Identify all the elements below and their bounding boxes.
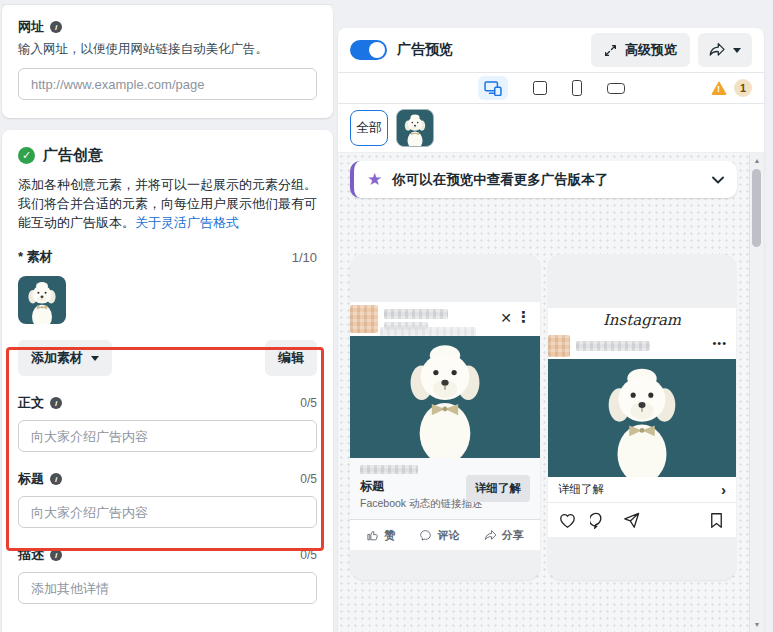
- square-format-button[interactable]: [533, 81, 547, 95]
- primary-text-label: 正文: [18, 394, 44, 412]
- landscape-format-button[interactable]: [607, 83, 625, 94]
- primary-text-input[interactable]: [18, 420, 317, 452]
- warning-glyph: !: [717, 84, 720, 94]
- desktop-mobile-icon: [484, 81, 502, 96]
- comment-icon: [419, 529, 432, 542]
- chevron-right-icon: ›: [721, 481, 726, 498]
- toggle-knob: [369, 42, 385, 58]
- vertical-scrollbar[interactable]: ▲ ▼: [749, 153, 764, 632]
- format-toolbar: ! 1: [338, 73, 764, 104]
- ad-image: [350, 336, 540, 458]
- username-redacted: [576, 341, 650, 351]
- domain-redacted: [360, 465, 418, 474]
- preview-scroll-area: ★ 你可以在预览中查看更多广告版本了 ✕ ⋮: [338, 153, 764, 632]
- chevron-down-icon[interactable]: [712, 176, 724, 184]
- creative-description: 添加各种创意元素，并将可以一起展示的元素分组。我们将合并合适的元素，向每位用户展…: [18, 175, 317, 232]
- url-helper-text: 输入网址，以便使用网站链接自动美化广告。: [18, 41, 317, 58]
- warning-count-badge[interactable]: 1: [734, 79, 752, 97]
- info-icon[interactable]: i: [50, 549, 62, 561]
- comment-label: 评论: [437, 528, 459, 543]
- description-input[interactable]: [18, 572, 317, 604]
- share-label: 分享: [502, 528, 524, 543]
- heart-icon: [558, 511, 577, 530]
- headline-input[interactable]: [18, 496, 317, 528]
- creative-section-title: 广告创意: [43, 146, 103, 165]
- comment-action: 评论: [419, 528, 459, 543]
- expand-icon: [604, 44, 617, 57]
- share-dropdown-button[interactable]: [698, 33, 752, 67]
- like-action: 赞: [366, 528, 395, 543]
- description-label: 描述: [18, 546, 44, 564]
- more-versions-banner[interactable]: ★ 你可以在预览中查看更多广告版本了: [350, 161, 737, 198]
- primary-text-count: 0/5: [300, 396, 317, 410]
- ad-image: [548, 359, 736, 477]
- caret-down-icon: [733, 48, 741, 53]
- send-icon: [622, 511, 641, 530]
- more-vertical-icon: ⋮: [516, 308, 531, 326]
- instagram-preview-card: Instagram ••• 详细了解 ›: [548, 254, 736, 580]
- headline-count: 0/5: [300, 472, 317, 486]
- edit-button[interactable]: 编辑: [265, 340, 317, 376]
- share-arrow-icon: [484, 529, 497, 542]
- url-input[interactable]: [18, 68, 317, 100]
- star-icon: ★: [367, 171, 382, 188]
- info-icon[interactable]: i: [50, 397, 62, 409]
- url-label: 网址: [18, 18, 44, 36]
- instagram-actions-row: [548, 503, 736, 537]
- add-material-label: 添加素材: [31, 349, 83, 367]
- vertical-format-button[interactable]: [572, 80, 582, 96]
- share-icon: [709, 43, 725, 57]
- preview-toggle-label: 广告预览: [397, 41, 453, 59]
- website-url-card: 网址 i 输入网址，以便使用网站链接自动美化广告。: [2, 4, 333, 118]
- landscape-icon: [607, 83, 625, 94]
- phone-icon: [572, 80, 582, 96]
- avatar: [350, 305, 378, 333]
- edit-label: 编辑: [278, 349, 304, 367]
- info-icon[interactable]: i: [50, 21, 62, 33]
- headline-field: 标题 i 0/5: [18, 470, 317, 528]
- scroll-up-arrow[interactable]: ▲: [750, 157, 764, 164]
- advanced-preview-button[interactable]: 高级预览: [591, 33, 690, 67]
- thumbs-up-icon: [366, 529, 379, 542]
- avatar: [548, 335, 570, 357]
- share-action: 分享: [484, 528, 524, 543]
- scroll-down-arrow[interactable]: ▼: [750, 621, 764, 628]
- flexible-format-link[interactable]: 关于灵活广告格式: [135, 215, 239, 230]
- facebook-post-header: ✕ ⋮: [350, 302, 540, 336]
- banner-text: 你可以在预览中查看更多广告版本了: [392, 171, 702, 189]
- close-icon: ✕: [500, 310, 512, 326]
- ad-preview-toggle[interactable]: [350, 40, 387, 60]
- tab-material-thumbnail[interactable]: [396, 109, 434, 147]
- material-count: 1/10: [292, 250, 317, 265]
- add-material-button[interactable]: 添加素材: [18, 340, 112, 376]
- facebook-preview-card: ✕ ⋮ 标题 Facebook 动态的链接描述: [350, 254, 540, 580]
- bookmark-icon: [707, 511, 726, 530]
- warning-triangle-icon: !: [711, 81, 727, 95]
- ad-setup-column: 网址 i 输入网址，以便使用网站链接自动美化广告。 ✓ 广告创意 添加各种创意元…: [2, 0, 333, 632]
- scrollbar-thumb[interactable]: [752, 169, 761, 247]
- preview-header: 广告预览 高级预览: [338, 28, 764, 73]
- preview-tabs: 全部: [338, 104, 764, 153]
- description-field: 描述 i 0/5: [18, 546, 317, 604]
- like-label: 赞: [384, 528, 395, 543]
- tab-all[interactable]: 全部: [350, 110, 388, 146]
- advanced-preview-label: 高级预览: [625, 41, 677, 59]
- material-thumbnail[interactable]: [18, 276, 66, 324]
- ig-cta-label: 详细了解: [558, 482, 604, 497]
- fb-link-description: Facebook 动态的链接描述: [360, 497, 466, 511]
- headline-label: 标题: [18, 470, 44, 488]
- description-count: 0/5: [300, 548, 317, 562]
- ad-preview-panel: 广告预览 高级预览: [338, 28, 764, 632]
- primary-text-field: 正文 i 0/5: [18, 394, 317, 452]
- all-devices-format-button[interactable]: [478, 76, 508, 100]
- facebook-link-area: 标题 Facebook 动态的链接描述 详细了解: [350, 458, 540, 519]
- info-icon[interactable]: i: [50, 473, 62, 485]
- comment-icon: [590, 511, 609, 530]
- fb-headline: 标题: [360, 478, 466, 495]
- instagram-post-header: •••: [548, 332, 736, 359]
- page-name-redacted: [384, 309, 448, 319]
- caret-down-icon: [91, 356, 99, 361]
- fb-cta-button: 详细了解: [466, 475, 530, 502]
- instagram-cta-row: 详细了解 ›: [548, 477, 736, 503]
- check-circle-icon: ✓: [18, 147, 35, 164]
